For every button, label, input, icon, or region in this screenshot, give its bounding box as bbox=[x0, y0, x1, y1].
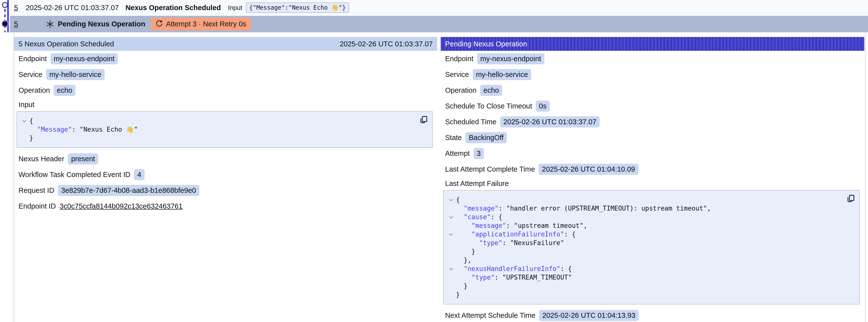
timeline-dashed-connector bbox=[4, 9, 6, 32]
fold-chevron-icon[interactable] bbox=[446, 213, 456, 221]
panel-event-details: 5 Nexus Operation Scheduled 2025-02-26 U… bbox=[14, 37, 437, 217]
failure-code-block: { "message": "handler error (UPSTREAM_TI… bbox=[445, 190, 860, 304]
code-text: } bbox=[29, 134, 33, 142]
code-gutter bbox=[446, 247, 456, 256]
field-nexus-header: Nexus Headerpresent bbox=[19, 153, 433, 164]
input-block-label: Input bbox=[19, 101, 433, 109]
field-last-attempt-complete-time: Last Attempt Complete Time2025-02-26 UTC… bbox=[445, 164, 860, 175]
field-endpoint: Endpointmy-nexus-endpoint bbox=[19, 53, 433, 64]
code-text: "message": "upstream timeout", bbox=[456, 221, 587, 230]
code-line: } bbox=[446, 282, 842, 290]
field-workflow-task-completed-event-id: Workflow Task Completed Event ID4 bbox=[19, 169, 433, 180]
field-label: Attempt bbox=[445, 150, 470, 158]
field-label: Operation bbox=[445, 86, 476, 94]
field-endpoint: Endpointmy-nexus-endpoint bbox=[445, 53, 860, 64]
code-text: }, bbox=[456, 256, 471, 264]
input-code-block: { "Message": "Nexus Echo 👋"} bbox=[19, 111, 433, 148]
event-id-link[interactable]: 5 bbox=[14, 20, 18, 28]
right-panel-header: Pending Nexus Operation bbox=[441, 37, 864, 51]
code-gutter bbox=[446, 273, 456, 282]
field-service: Servicemy-hello-service bbox=[445, 69, 860, 80]
field-scheduled-time: Scheduled Time2025-02-26 UTC 01:03:37.07 bbox=[445, 117, 860, 127]
field-service: Servicemy-hello-service bbox=[19, 69, 433, 80]
code-line: }, bbox=[446, 256, 842, 264]
field-value-badge: 4 bbox=[134, 169, 144, 180]
code-gutter bbox=[446, 221, 456, 230]
field-value-link[interactable]: 3c0c75ccfa8144b092c13ce632463761 bbox=[60, 202, 183, 210]
event-row-scheduled[interactable]: 5 2025-02-26 UTC 01:03:37.07 Nexus Opera… bbox=[10, 0, 868, 15]
field-label: Scheduled Time bbox=[445, 118, 496, 126]
event-history-screen: 5 2025-02-26 UTC 01:03:37.07 Nexus Opera… bbox=[0, 0, 868, 322]
left-fields-top: Endpointmy-nexus-endpointServicemy-hello… bbox=[19, 53, 433, 96]
detail-right-border bbox=[865, 32, 866, 322]
code-gutter bbox=[446, 239, 456, 247]
field-endpoint-id: Endpoint ID3c0c75ccfa8144b092c13ce632463… bbox=[19, 201, 433, 212]
field-value-badge: 2025-02-26 UTC 01:04:10.09 bbox=[538, 164, 638, 175]
field-operation: Operationecho bbox=[19, 85, 433, 96]
code-gutter bbox=[20, 125, 29, 134]
field-value-badge: 0s bbox=[536, 101, 550, 112]
field-label: Schedule To Close Timeout bbox=[445, 102, 532, 110]
code-text: "cause": { bbox=[456, 213, 502, 221]
code-line: { bbox=[446, 195, 842, 204]
failure-block-label: Last Attempt Failure bbox=[445, 180, 860, 188]
panel-pending-operation: Pending Nexus Operation Endpointmy-nexus… bbox=[441, 37, 864, 322]
code-text: "applicationFailureInfo": { bbox=[456, 230, 576, 239]
code-line: "type": "NexusFailure" bbox=[446, 239, 842, 247]
copy-icon bbox=[846, 194, 855, 203]
copy-icon bbox=[419, 115, 428, 124]
field-value-badge: 3e829b7e-7d67-4b08-aad3-b1e868bfe9e0 bbox=[58, 185, 199, 196]
code-line: } bbox=[20, 134, 415, 142]
fold-chevron-icon[interactable] bbox=[446, 195, 456, 204]
field-label: Service bbox=[445, 70, 469, 79]
code-line: "nexusHandlerFailureInfo": { bbox=[446, 264, 842, 273]
event-row-pending[interactable]: 5 Pending Nexus Operation Attempt 3 · Ne… bbox=[10, 16, 868, 32]
field-label: Endpoint bbox=[445, 55, 473, 63]
retry-icon bbox=[155, 20, 163, 28]
fold-chevron-icon[interactable] bbox=[446, 230, 456, 239]
field-label: Next Attempt Schedule Time bbox=[445, 312, 535, 320]
event-input-chip: {"Message":"Nexus Echo 👋"} bbox=[246, 2, 349, 13]
code-text: } bbox=[456, 290, 460, 299]
field-value-badge: BackingOff bbox=[466, 132, 507, 143]
left-fields-bottom: Nexus HeaderpresentWorkflow Task Complet… bbox=[19, 153, 433, 212]
code-gutter bbox=[20, 134, 29, 142]
right-fields-top: Endpointmy-nexus-endpointServicemy-hello… bbox=[445, 53, 860, 175]
attempt-retry-text: Attempt 3 · Next Retry 0s bbox=[166, 20, 247, 28]
copy-button[interactable] bbox=[846, 194, 856, 203]
right-panel-title: Pending Nexus Operation bbox=[445, 40, 527, 48]
code-text: } bbox=[456, 282, 468, 290]
pending-title: Pending Nexus Operation bbox=[58, 20, 145, 28]
code-line: "message": "upstream timeout", bbox=[446, 221, 842, 230]
field-schedule-to-close-timeout: Schedule To Close Timeout0s bbox=[445, 101, 860, 112]
field-value-badge: echo bbox=[480, 85, 502, 96]
code-gutter bbox=[446, 256, 456, 264]
right-fields-bottom: Next Attempt Schedule Time2025-02-26 UTC… bbox=[445, 310, 860, 321]
field-label: Request ID bbox=[19, 186, 54, 195]
code-line: "Message": "Nexus Echo 👋" bbox=[20, 125, 415, 134]
fold-chevron-icon[interactable] bbox=[446, 264, 456, 273]
code-text: { bbox=[29, 117, 33, 125]
field-operation: Operationecho bbox=[445, 85, 860, 96]
code-text: { bbox=[456, 195, 460, 204]
code-line: } bbox=[446, 290, 842, 299]
left-panel-header: 5 Nexus Operation Scheduled 2025-02-26 U… bbox=[14, 37, 437, 51]
fold-chevron-icon[interactable] bbox=[20, 117, 29, 125]
field-value-badge: 2025-02-26 UTC 01:03:37.07 bbox=[500, 117, 599, 127]
code-line: "type": "UPSTREAM_TIMEOUT" bbox=[446, 273, 842, 282]
field-label: Endpoint bbox=[19, 55, 47, 63]
code-gutter bbox=[446, 290, 456, 299]
code-line: "cause": { bbox=[446, 213, 842, 221]
field-state: StateBackingOff bbox=[445, 132, 860, 143]
field-label: Service bbox=[19, 70, 42, 79]
field-value-badge: present bbox=[68, 153, 98, 164]
field-label: Last Attempt Complete Time bbox=[445, 165, 535, 173]
field-value-badge: my-hello-service bbox=[473, 69, 531, 80]
copy-button[interactable] bbox=[419, 115, 428, 125]
event-id-link[interactable]: 5 bbox=[14, 4, 18, 12]
field-label: Nexus Header bbox=[19, 155, 64, 163]
field-request-id: Request ID3e829b7e-7d67-4b08-aad3-b1e868… bbox=[19, 185, 433, 196]
code-text: "message": "handler error (UPSTREAM_TIME… bbox=[456, 204, 711, 213]
code-line: } bbox=[446, 247, 842, 256]
field-value-badge: my-nexus-endpoint bbox=[51, 53, 118, 64]
